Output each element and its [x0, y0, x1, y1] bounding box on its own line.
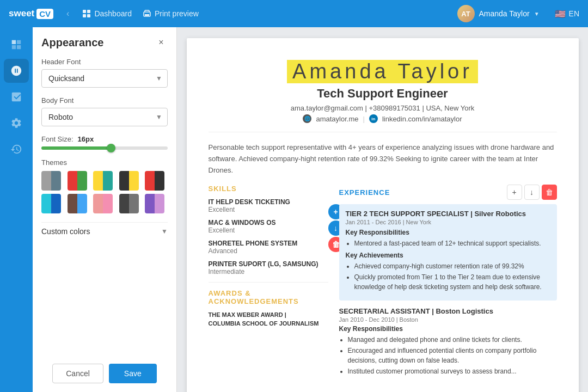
exp-1-title: TIER 2 TECH SUPPORT SPECIALIST | Silver …	[346, 210, 550, 218]
app-logo[interactable]: sweet CV	[9, 8, 53, 19]
exp-1-date: Jan 2011 - Dec 2016 | New York	[346, 219, 550, 225]
custom-colors-label: Custom colors	[41, 227, 90, 236]
themes-grid	[41, 171, 168, 213]
main-layout: Appearance × Header Font Quicksand Robot…	[0, 27, 588, 392]
exp-1-achievements-list: Achieved company-high customer retention…	[346, 261, 550, 292]
linkedin-icon: in	[369, 114, 378, 123]
exp-2-title: SECRETARIAL ASSISTANT | Boston Logistics	[339, 307, 557, 315]
theme-swatch-teal-blue[interactable]	[41, 194, 61, 213]
add-experience-button[interactable]: +	[507, 185, 522, 200]
theme-swatch-purple-lavender[interactable]	[145, 194, 164, 213]
language-selector[interactable]: 🇺🇸 EN	[555, 9, 579, 19]
print-icon	[143, 9, 151, 18]
sidebar-icon-history[interactable]	[4, 137, 29, 161]
save-button[interactable]: Save	[109, 364, 157, 383]
resume-left-column: SKILLS IT HELP DESK TICKETING Excellent …	[209, 185, 328, 382]
sidebar-icon-design[interactable]	[4, 33, 29, 57]
body-font-select-wrapper: Roboto Open Sans Lato Quicksand ▼	[41, 108, 168, 126]
move-down-experience-button[interactable]: ↓	[524, 185, 540, 200]
exp-2-resp-2: Encouraged and influenced potential clie…	[348, 346, 557, 365]
user-menu[interactable]: AT Amanda Taylor ▼	[457, 5, 540, 22]
resume-name: Amanda Taylor	[287, 60, 478, 83]
top-nav: sweet CV ‹ Dashboard Print preview AT Am…	[0, 0, 588, 27]
sidebar-icon-appearance[interactable]	[4, 59, 29, 83]
slider-track[interactable]	[41, 146, 168, 150]
body-font-label: Body Font	[41, 96, 168, 105]
exp-2-responsibilities-title: Key Responsibilities	[339, 325, 557, 333]
skill-level-4: Intermediate	[209, 268, 328, 275]
user-dropdown-icon: ▼	[534, 11, 540, 17]
sidebar-icon-settings[interactable]	[4, 111, 29, 135]
skill-item-2: MAC & WINDOWS OS Excellent	[209, 219, 328, 234]
print-preview-label: Print preview	[155, 9, 199, 18]
user-name: Amanda Taylor	[479, 9, 530, 18]
dashboard-link[interactable]: Dashboard	[82, 9, 132, 18]
delete-experience-button[interactable]: 🗑	[542, 185, 557, 200]
exp-2-responsibilities-list: Managed and delegated phone and online t…	[339, 335, 557, 376]
exp-1-ach-2: Quickly promoted from Tier 1 to the Tier…	[354, 272, 550, 292]
font-size-row: Font Size: 16px	[41, 135, 168, 143]
skill-level-3: Advanced	[209, 247, 328, 255]
theme-swatch-dark-yellow[interactable]	[119, 171, 139, 191]
cancel-button[interactable]: Cancel	[52, 364, 103, 383]
theme-swatch-salmon-pink[interactable]	[93, 194, 113, 213]
user-avatar: AT	[457, 5, 475, 22]
svg-rect-3	[87, 14, 90, 17]
logo-sweet-text: sweet	[9, 8, 34, 19]
themes-label: Themes	[41, 158, 168, 167]
resume-summary: Personable tech support representative w…	[209, 142, 557, 176]
logo-cv-text: CV	[36, 9, 53, 19]
lang-label: EN	[569, 9, 579, 18]
experience-section: EXPERIENCE + ↓ 🗑 + ↓	[339, 185, 557, 376]
experience-entry-1: TIER 2 TECH SUPPORT SPECIALIST | Silver …	[339, 204, 557, 301]
website-icon: 🌐	[303, 114, 311, 123]
awards-section-title: AWARDS &ACKNOWLEDGEMENTS	[209, 289, 328, 305]
close-button[interactable]: ×	[155, 36, 168, 49]
experience-header-row: EXPERIENCE + ↓ 🗑	[339, 185, 557, 200]
experience-title: EXPERIENCE	[339, 188, 390, 197]
skill-level-2: Excellent	[209, 226, 328, 234]
exp-1-resp-1: Mentored a fast-paced team of 12+ techni…	[354, 238, 550, 248]
theme-swatch-red-green[interactable]	[68, 171, 87, 191]
slider-fill	[41, 146, 111, 150]
skill-level-1: Excellent	[209, 206, 328, 213]
exp-1-achievements-title: Key Achievements	[346, 252, 550, 259]
header-font-select[interactable]: Quicksand Roboto Open Sans Lato	[41, 69, 168, 88]
sidebar-icon-template[interactable]	[4, 85, 29, 109]
resume-paper: Amanda Taylor Tech Support Engineer ama.…	[187, 38, 579, 392]
panel-title: Appearance	[41, 36, 104, 49]
body-font-select[interactable]: Roboto Open Sans Lato Quicksand	[41, 108, 168, 126]
skill-name-4: PRINTER SUPORT (LG, SAMSUNG)	[209, 260, 328, 268]
theme-swatch-gray-blue[interactable]	[41, 171, 61, 191]
resume-contact-line1: ama.taylor@gmail.com | +380989175031 | U…	[209, 104, 557, 112]
flag-icon: 🇺🇸	[555, 9, 566, 19]
slider-thumb[interactable]	[107, 144, 115, 152]
skill-item-3: SHORETEL PHONE SYSTEM Advanced	[209, 240, 328, 255]
resume-header: Amanda Taylor Tech Support Engineer ama.…	[209, 60, 557, 132]
theme-swatch-yellow-teal[interactable]	[93, 171, 113, 191]
exp-1-responsibilities-title: Key Responsibilities	[346, 229, 550, 236]
resume-linkedin: linkedin.com/in/amataylor	[382, 115, 462, 123]
theme-swatch-dark-gray[interactable]	[119, 194, 139, 213]
resume-body: SKILLS IT HELP DESK TICKETING Excellent …	[209, 185, 557, 382]
icon-bar	[0, 27, 33, 392]
resume-website: amataylor.me	[316, 115, 358, 123]
theme-swatch-red-dark[interactable]	[145, 171, 164, 191]
experience-entry-2: SECRETARIAL ASSISTANT | Boston Logistics…	[339, 307, 557, 376]
font-size-value: 16px	[78, 135, 94, 143]
font-size-slider[interactable]	[41, 146, 168, 150]
dashboard-icon	[82, 9, 91, 18]
theme-swatch-brown-blue[interactable]	[68, 194, 87, 213]
print-preview-link[interactable]: Print preview	[143, 9, 199, 18]
custom-colors-row[interactable]: Custom colors ▼	[41, 222, 168, 240]
exp-2-resp-3: Instituted customer promotional surveys …	[348, 366, 557, 376]
svg-rect-1	[87, 10, 90, 13]
svg-rect-5	[145, 14, 149, 16]
resume-contact-links: 🌐 amataylor.me | in linkedin.com/in/amat…	[209, 114, 557, 123]
custom-colors-chevron-icon: ▼	[161, 228, 168, 235]
skills-section-title: SKILLS	[209, 185, 328, 193]
exp-2-resp-1: Managed and delegated phone and online t…	[348, 335, 557, 345]
experience-controls: + ↓ 🗑	[507, 185, 557, 200]
contact-separator: |	[363, 115, 364, 123]
font-size-label: Font Size:	[41, 135, 74, 143]
